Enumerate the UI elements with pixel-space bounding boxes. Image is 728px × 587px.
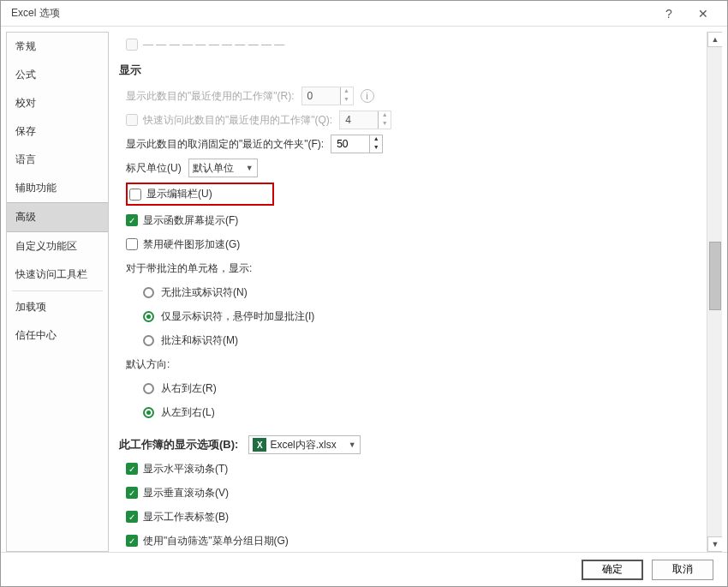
- sidebar-separator: [12, 291, 103, 291]
- sidebar-item-trust-center[interactable]: 信任中心: [7, 321, 108, 350]
- help-button[interactable]: ?: [652, 2, 686, 26]
- direction-header: 默认方向:: [126, 355, 696, 374]
- formula-bar-checkbox[interactable]: [129, 189, 141, 201]
- quick-access-recent-label: 快速访问此数目的"最近使用的工作簿"(Q):: [143, 113, 332, 128]
- func-tooltip-label[interactable]: 显示函数屏幕提示(F): [143, 213, 238, 228]
- sidebar-item-accessibility[interactable]: 辅助功能: [7, 174, 108, 202]
- spinner-down-icon[interactable]: ▼: [370, 144, 382, 153]
- direction-ltr-label: 从左到右(L): [161, 405, 215, 420]
- dialog-body: 常规 公式 校对 保存 语言 辅助功能 高级 自定义功能区 快速访问工具栏 加载…: [1, 27, 727, 552]
- truncated-text: ― ― ― ― ― ― ― ― ― ― ―: [143, 39, 284, 51]
- hscroll-label[interactable]: 显示水平滚动条(T): [143, 462, 228, 476]
- workbook-display-header-row: 此工作簿的显示选项(B): X Excel内容.xlsx ▼: [119, 435, 696, 454]
- row-vscroll: ✓ 显示垂直滚动条(V): [126, 483, 696, 502]
- dialog-footer: 确定 取消: [1, 552, 727, 586]
- hw-accel-checkbox[interactable]: [126, 238, 138, 250]
- radio-direction-rtl[interactable]: [143, 383, 154, 394]
- ruler-units-value: 默认单位: [193, 161, 234, 176]
- sidebar-item-addins[interactable]: 加载项: [7, 293, 108, 321]
- ruler-units-label: 标尺单位(U): [126, 161, 182, 176]
- vscroll-checkbox[interactable]: ✓: [126, 487, 138, 499]
- row-hw-accel: 禁用硬件图形加速(G): [126, 235, 696, 254]
- recent-workbooks-spinner: ▲▼: [301, 87, 354, 105]
- ruler-units-dropdown[interactable]: 默认单位 ▼: [188, 159, 258, 177]
- sidebar-item-quick-access[interactable]: 快速访问工具栏: [7, 261, 108, 289]
- sidebar-item-formulas[interactable]: 公式: [7, 61, 108, 89]
- sidebar-item-proofing[interactable]: 校对: [7, 89, 108, 117]
- info-icon[interactable]: i: [361, 89, 374, 103]
- sidebar-item-advanced[interactable]: 高级: [7, 202, 108, 232]
- recent-workbooks-input: [302, 87, 340, 105]
- row-quick-access-recent: 快速访问此数目的"最近使用的工作簿"(Q): ▲▼: [126, 111, 696, 129]
- vertical-scrollbar[interactable]: ▲ ▼: [707, 32, 722, 552]
- radio-comments-indicator[interactable]: [143, 311, 154, 322]
- scroll-thumb[interactable]: [709, 242, 721, 310]
- highlight-annotation: 显示编辑栏(U): [126, 183, 274, 206]
- formula-bar-label[interactable]: 显示编辑栏(U): [146, 187, 212, 201]
- dialog-title: Excel 选项: [8, 6, 652, 21]
- workbook-file-name: Excel内容.xlsx: [270, 438, 336, 452]
- workbook-display-header: 此工作簿的显示选项(B):: [119, 437, 238, 452]
- options-dialog: Excel 选项 ? ✕ 常规 公式 校对 保存 语言 辅助功能 高级 自定义功…: [0, 0, 728, 587]
- comments-none-label: 无批注或标识符(N): [161, 285, 248, 300]
- spinner-up-icon: ▲: [341, 87, 353, 96]
- recent-folders-label: 显示此数目的取消固定的"最近的文件夹"(F):: [126, 137, 324, 152]
- workbook-dropdown[interactable]: X Excel内容.xlsx ▼: [248, 435, 360, 454]
- row-ruler-units: 标尺单位(U) 默认单位 ▼: [126, 159, 696, 177]
- ok-button[interactable]: 确定: [582, 560, 643, 580]
- hw-accel-label[interactable]: 禁用硬件图形加速(G): [143, 237, 240, 252]
- row-recent-workbooks: 显示此数目的"最近使用的工作簿"(R): ▲▼ i: [126, 87, 696, 105]
- hscroll-checkbox[interactable]: ✓: [126, 463, 138, 475]
- recent-folders-input[interactable]: [331, 135, 369, 153]
- chevron-down-icon: ▼: [349, 440, 356, 449]
- sheet-tabs-label[interactable]: 显示工作表标签(B): [143, 510, 229, 524]
- direction-rtl-label: 从右到左(R): [161, 381, 217, 396]
- radio-comments-none[interactable]: [143, 287, 154, 298]
- titlebar: Excel 选项 ? ✕: [1, 1, 727, 27]
- quick-access-input: [340, 111, 378, 129]
- row-func-tooltip: ✓ 显示函数屏幕提示(F): [126, 211, 696, 230]
- spinner-up-icon[interactable]: ▲: [370, 135, 382, 144]
- spinner-down-icon: ▼: [379, 120, 391, 129]
- autofilter-checkbox[interactable]: ✓: [126, 535, 138, 547]
- row-direction-ltr[interactable]: 从左到右(L): [143, 403, 696, 422]
- radio-comments-both[interactable]: [143, 335, 154, 346]
- row-comments-both[interactable]: 批注和标识符(M): [143, 331, 696, 350]
- row-sheet-tabs: ✓ 显示工作表标签(B): [126, 507, 696, 526]
- row-comments-indicator[interactable]: 仅显示标识符，悬停时加显批注(I): [143, 307, 696, 326]
- sidebar-item-customize-ribbon[interactable]: 自定义功能区: [7, 232, 108, 261]
- content-panel: ― ― ― ― ― ― ― ― ― ― ― 显示 显示此数目的"最近使用的工作簿…: [116, 32, 722, 552]
- row-autofilter-dates: ✓ 使用"自动筛选"菜单分组日期(G): [126, 531, 696, 550]
- sidebar-item-general[interactable]: 常规: [7, 33, 108, 61]
- row-comments-none[interactable]: 无批注或标识符(N): [143, 283, 696, 302]
- cancel-button[interactable]: 取消: [652, 560, 713, 580]
- autofilter-label[interactable]: 使用"自动筛选"菜单分组日期(G): [143, 534, 289, 548]
- comments-both-label: 批注和标识符(M): [161, 333, 238, 348]
- truncated-top-row: ― ― ― ― ― ― ― ― ― ― ―: [119, 39, 696, 56]
- chevron-down-icon: ▼: [246, 164, 254, 172]
- quick-access-spinner: ▲▼: [339, 111, 391, 129]
- recent-workbooks-label: 显示此数目的"最近使用的工作簿"(R):: [126, 89, 295, 104]
- truncated-checkbox: [126, 39, 138, 51]
- row-hscroll: ✓ 显示水平滚动条(T): [126, 459, 696, 478]
- spinner-up-icon: ▲: [379, 111, 391, 120]
- vscroll-label[interactable]: 显示垂直滚动条(V): [143, 486, 229, 500]
- excel-file-icon: X: [253, 438, 266, 452]
- func-tooltip-checkbox[interactable]: ✓: [126, 214, 138, 226]
- recent-folders-spinner[interactable]: ▲▼: [331, 135, 383, 153]
- close-button[interactable]: ✕: [686, 2, 720, 26]
- scroll-down-button[interactable]: ▼: [707, 536, 722, 552]
- row-recent-folders: 显示此数目的取消固定的"最近的文件夹"(F): ▲▼: [126, 135, 696, 153]
- section-display-header: 显示: [119, 63, 696, 78]
- radio-direction-ltr[interactable]: [143, 407, 154, 418]
- sidebar-item-save[interactable]: 保存: [7, 117, 108, 146]
- row-direction-rtl[interactable]: 从右到左(R): [143, 379, 696, 398]
- sidebar-item-language[interactable]: 语言: [7, 146, 108, 174]
- row-formula-bar: 显示编辑栏(U): [126, 183, 696, 206]
- scroll-area: ― ― ― ― ― ― ― ― ― ― ― 显示 显示此数目的"最近使用的工作簿…: [116, 32, 707, 552]
- sidebar: 常规 公式 校对 保存 语言 辅助功能 高级 自定义功能区 快速访问工具栏 加载…: [6, 32, 109, 552]
- sheet-tabs-checkbox[interactable]: ✓: [126, 511, 138, 523]
- comments-header: 对于带批注的单元格，显示:: [126, 259, 696, 278]
- scroll-up-button[interactable]: ▲: [707, 32, 722, 47]
- comments-indicator-label: 仅显示标识符，悬停时加显批注(I): [161, 309, 314, 324]
